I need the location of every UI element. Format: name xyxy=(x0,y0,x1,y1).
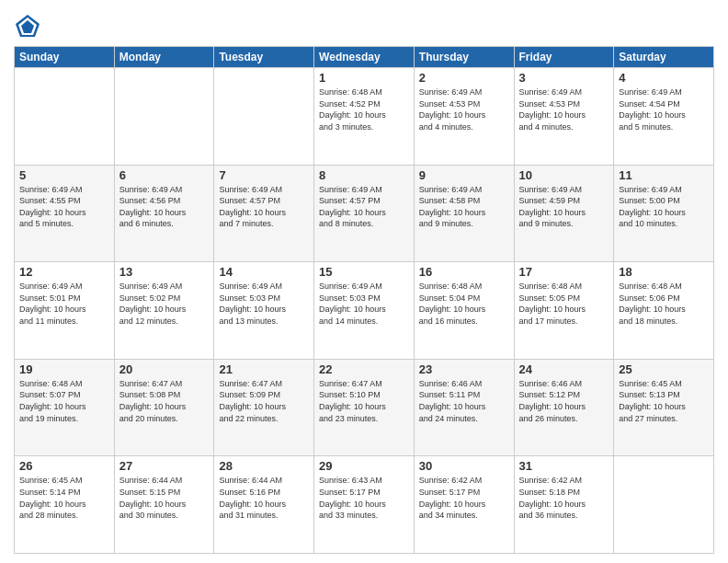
calendar-cell: 13Sunrise: 6:49 AM Sunset: 5:02 PM Dayli… xyxy=(114,262,214,360)
day-info: Sunrise: 6:49 AM Sunset: 5:02 PM Dayligh… xyxy=(119,281,210,327)
calendar-cell: 29Sunrise: 6:43 AM Sunset: 5:17 PM Dayli… xyxy=(314,456,415,554)
calendar-cell: 15Sunrise: 6:49 AM Sunset: 5:03 PM Dayli… xyxy=(314,262,415,360)
header-cell-friday: Friday xyxy=(514,47,614,68)
day-info: Sunrise: 6:49 AM Sunset: 4:55 PM Dayligh… xyxy=(19,184,109,230)
week-row-1: 1Sunrise: 6:48 AM Sunset: 4:52 PM Daylig… xyxy=(15,68,714,166)
day-number: 21 xyxy=(219,362,309,376)
day-info: Sunrise: 6:45 AM Sunset: 5:13 PM Dayligh… xyxy=(619,378,709,424)
calendar-cell: 17Sunrise: 6:48 AM Sunset: 5:05 PM Dayli… xyxy=(514,262,614,360)
day-number: 3 xyxy=(519,71,609,85)
page: SundayMondayTuesdayWednesdayThursdayFrid… xyxy=(0,0,728,563)
calendar-cell: 7Sunrise: 6:49 AM Sunset: 4:57 PM Daylig… xyxy=(214,165,314,262)
day-info: Sunrise: 6:49 AM Sunset: 5:03 PM Dayligh… xyxy=(219,281,309,327)
day-info: Sunrise: 6:44 AM Sunset: 5:16 PM Dayligh… xyxy=(219,475,309,521)
day-info: Sunrise: 6:49 AM Sunset: 4:53 PM Dayligh… xyxy=(519,86,609,132)
day-number: 14 xyxy=(219,265,309,279)
day-number: 11 xyxy=(619,168,709,182)
header-cell-saturday: Saturday xyxy=(614,47,714,68)
day-info: Sunrise: 6:49 AM Sunset: 4:58 PM Dayligh… xyxy=(419,184,509,230)
day-number: 15 xyxy=(319,265,409,279)
day-info: Sunrise: 6:47 AM Sunset: 5:08 PM Dayligh… xyxy=(119,378,210,424)
day-number: 30 xyxy=(419,459,509,473)
calendar-cell: 22Sunrise: 6:47 AM Sunset: 5:10 PM Dayli… xyxy=(314,359,415,456)
header-cell-wednesday: Wednesday xyxy=(314,47,415,68)
day-info: Sunrise: 6:46 AM Sunset: 5:11 PM Dayligh… xyxy=(419,378,509,424)
day-info: Sunrise: 6:43 AM Sunset: 5:17 PM Dayligh… xyxy=(319,475,409,521)
day-number: 29 xyxy=(319,459,409,473)
calendar-cell: 2Sunrise: 6:49 AM Sunset: 4:53 PM Daylig… xyxy=(414,68,514,166)
day-info: Sunrise: 6:49 AM Sunset: 5:03 PM Dayligh… xyxy=(319,281,409,327)
day-number: 26 xyxy=(19,459,109,473)
day-info: Sunrise: 6:47 AM Sunset: 5:10 PM Dayligh… xyxy=(319,378,409,424)
day-info: Sunrise: 6:45 AM Sunset: 5:14 PM Dayligh… xyxy=(19,475,109,521)
header xyxy=(14,9,714,40)
calendar-cell: 20Sunrise: 6:47 AM Sunset: 5:08 PM Dayli… xyxy=(114,359,214,456)
day-number: 18 xyxy=(619,265,709,279)
header-cell-tuesday: Tuesday xyxy=(214,47,314,68)
week-row-4: 19Sunrise: 6:48 AM Sunset: 5:07 PM Dayli… xyxy=(15,359,714,456)
header-row: SundayMondayTuesdayWednesdayThursdayFrid… xyxy=(15,47,714,68)
day-number: 28 xyxy=(219,459,309,473)
day-number: 4 xyxy=(619,71,709,85)
calendar-cell: 8Sunrise: 6:49 AM Sunset: 4:57 PM Daylig… xyxy=(314,165,415,262)
day-info: Sunrise: 6:49 AM Sunset: 5:00 PM Dayligh… xyxy=(619,184,709,230)
calendar-cell: 4Sunrise: 6:49 AM Sunset: 4:54 PM Daylig… xyxy=(614,68,714,166)
day-info: Sunrise: 6:46 AM Sunset: 5:12 PM Dayligh… xyxy=(519,378,609,424)
day-number: 9 xyxy=(419,168,509,182)
header-cell-monday: Monday xyxy=(114,47,214,68)
day-info: Sunrise: 6:48 AM Sunset: 5:05 PM Dayligh… xyxy=(519,281,609,327)
calendar-cell xyxy=(15,68,115,166)
header-cell-thursday: Thursday xyxy=(414,47,514,68)
logo-icon xyxy=(14,13,41,40)
calendar-cell: 24Sunrise: 6:46 AM Sunset: 5:12 PM Dayli… xyxy=(514,359,614,456)
day-number: 5 xyxy=(19,168,109,182)
calendar-cell: 18Sunrise: 6:48 AM Sunset: 5:06 PM Dayli… xyxy=(614,262,714,360)
calendar-cell: 9Sunrise: 6:49 AM Sunset: 4:58 PM Daylig… xyxy=(414,165,514,262)
day-number: 8 xyxy=(319,168,409,182)
day-info: Sunrise: 6:48 AM Sunset: 4:52 PM Dayligh… xyxy=(319,86,409,132)
week-row-3: 12Sunrise: 6:49 AM Sunset: 5:01 PM Dayli… xyxy=(15,262,714,360)
calendar-cell xyxy=(614,456,714,554)
calendar-cell xyxy=(214,68,314,166)
day-number: 31 xyxy=(519,459,609,473)
day-info: Sunrise: 6:47 AM Sunset: 5:09 PM Dayligh… xyxy=(219,378,309,424)
day-number: 12 xyxy=(19,265,109,279)
day-info: Sunrise: 6:49 AM Sunset: 4:59 PM Dayligh… xyxy=(519,184,609,230)
day-info: Sunrise: 6:49 AM Sunset: 4:56 PM Dayligh… xyxy=(119,184,210,230)
day-info: Sunrise: 6:48 AM Sunset: 5:06 PM Dayligh… xyxy=(619,281,709,327)
calendar-cell: 14Sunrise: 6:49 AM Sunset: 5:03 PM Dayli… xyxy=(214,262,314,360)
calendar-cell: 31Sunrise: 6:42 AM Sunset: 5:18 PM Dayli… xyxy=(514,456,614,554)
calendar-cell: 27Sunrise: 6:44 AM Sunset: 5:15 PM Dayli… xyxy=(114,456,214,554)
calendar-cell: 25Sunrise: 6:45 AM Sunset: 5:13 PM Dayli… xyxy=(614,359,714,456)
logo xyxy=(14,13,45,40)
calendar-cell: 6Sunrise: 6:49 AM Sunset: 4:56 PM Daylig… xyxy=(114,165,214,262)
calendar-cell: 28Sunrise: 6:44 AM Sunset: 5:16 PM Dayli… xyxy=(214,456,314,554)
day-info: Sunrise: 6:48 AM Sunset: 5:04 PM Dayligh… xyxy=(419,281,509,327)
day-number: 23 xyxy=(419,362,509,376)
day-number: 13 xyxy=(119,265,210,279)
day-info: Sunrise: 6:42 AM Sunset: 5:17 PM Dayligh… xyxy=(419,475,509,521)
week-row-2: 5Sunrise: 6:49 AM Sunset: 4:55 PM Daylig… xyxy=(15,165,714,262)
day-number: 22 xyxy=(319,362,409,376)
calendar-cell: 10Sunrise: 6:49 AM Sunset: 4:59 PM Dayli… xyxy=(514,165,614,262)
day-info: Sunrise: 6:49 AM Sunset: 4:57 PM Dayligh… xyxy=(319,184,409,230)
day-number: 17 xyxy=(519,265,609,279)
calendar-cell: 12Sunrise: 6:49 AM Sunset: 5:01 PM Dayli… xyxy=(15,262,115,360)
day-info: Sunrise: 6:44 AM Sunset: 5:15 PM Dayligh… xyxy=(119,475,210,521)
day-number: 24 xyxy=(519,362,609,376)
day-info: Sunrise: 6:42 AM Sunset: 5:18 PM Dayligh… xyxy=(519,475,609,521)
day-number: 1 xyxy=(319,71,409,85)
day-number: 27 xyxy=(119,459,210,473)
day-number: 16 xyxy=(419,265,509,279)
day-number: 10 xyxy=(519,168,609,182)
calendar-cell: 16Sunrise: 6:48 AM Sunset: 5:04 PM Dayli… xyxy=(414,262,514,360)
calendar-cell: 26Sunrise: 6:45 AM Sunset: 5:14 PM Dayli… xyxy=(15,456,115,554)
day-number: 19 xyxy=(19,362,109,376)
calendar-cell: 19Sunrise: 6:48 AM Sunset: 5:07 PM Dayli… xyxy=(15,359,115,456)
week-row-5: 26Sunrise: 6:45 AM Sunset: 5:14 PM Dayli… xyxy=(15,456,714,554)
day-number: 20 xyxy=(119,362,210,376)
calendar-cell: 1Sunrise: 6:48 AM Sunset: 4:52 PM Daylig… xyxy=(314,68,415,166)
calendar-cell: 21Sunrise: 6:47 AM Sunset: 5:09 PM Dayli… xyxy=(214,359,314,456)
day-number: 25 xyxy=(619,362,709,376)
calendar-cell: 23Sunrise: 6:46 AM Sunset: 5:11 PM Dayli… xyxy=(414,359,514,456)
